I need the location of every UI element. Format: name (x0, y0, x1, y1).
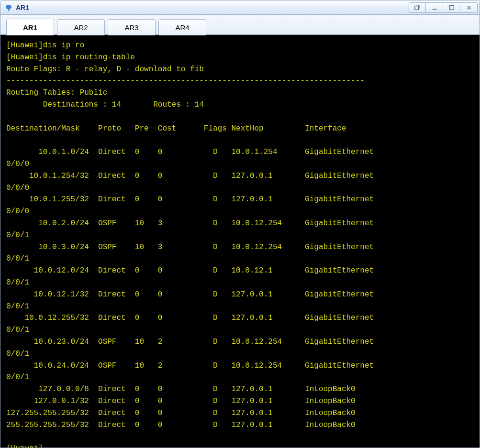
popout-button[interactable] (409, 2, 426, 13)
app-window: AR1 AR1AR2AR3AR4 [Huawei]dis ip ro [Huaw… (0, 0, 480, 448)
titlebar[interactable]: AR1 (0, 0, 480, 15)
minimize-button[interactable] (426, 2, 443, 13)
tab-label: AR4 (175, 23, 189, 32)
maximize-button[interactable] (443, 2, 460, 13)
svg-rect-0 (8, 9, 10, 11)
app-icon (4, 3, 13, 12)
close-button[interactable] (460, 2, 478, 13)
tab-label: AR2 (74, 23, 88, 32)
tab-ar2[interactable]: AR2 (57, 19, 105, 35)
terminal-output[interactable]: [Huawei]dis ip ro [Huawei]dis ip routing… (0, 35, 480, 448)
tab-ar1[interactable]: AR1 (6, 19, 54, 35)
tabs-bar: AR1AR2AR3AR4 (0, 15, 480, 35)
window-controls (409, 2, 478, 13)
tab-label: AR3 (124, 23, 138, 32)
svg-rect-3 (449, 5, 454, 10)
window-title: AR1 (16, 4, 409, 11)
tab-label: AR1 (23, 23, 37, 32)
tab-ar4[interactable]: AR4 (158, 19, 206, 35)
tab-ar3[interactable]: AR3 (108, 19, 156, 35)
svg-rect-1 (415, 6, 419, 10)
